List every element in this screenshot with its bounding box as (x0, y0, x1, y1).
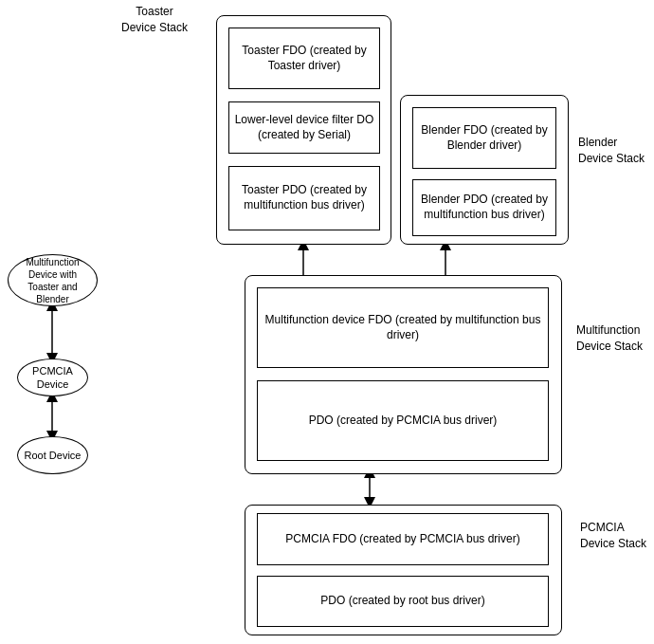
multifunction-pdo-label: PDO (created by PCMCIA bus driver) (309, 414, 498, 429)
blender-pdo-label: Blender PDO (created by multifunction bu… (417, 193, 552, 222)
blender-pdo-box: Blender PDO (created by multifunction bu… (412, 179, 556, 236)
blender-stack-label: Blender Device Stack (578, 135, 645, 167)
toaster-stack-container: Toaster FDO (created by Toaster driver) … (216, 15, 391, 245)
pcmcia-fdo-box: PCMCIA FDO (created by PCMCIA bus driver… (257, 513, 549, 565)
root-device-label: Root Device (25, 449, 82, 462)
pcmcia-fdo-label: PCMCIA FDO (created by PCMCIA bus driver… (285, 532, 519, 547)
toaster-fdo-box: Toaster FDO (created by Toaster driver) (228, 28, 380, 89)
pcmcia-pdo-label: PDO (created by root bus driver) (320, 594, 484, 609)
multifunction-device-label: Multifunction Device with Toaster and Bl… (12, 256, 93, 305)
toaster-filter-label: Lower-level device filter DO (created by… (233, 113, 375, 142)
multifunction-stack-container: Multifunction device FDO (created by mul… (245, 275, 562, 474)
toaster-pdo-box: Toaster PDO (created by multifunction bu… (228, 166, 380, 230)
diagram: Toaster Device Stack Toaster FDO (create… (0, 0, 654, 644)
toaster-filter-box: Lower-level device filter DO (created by… (228, 101, 380, 154)
multifunction-fdo-box: Multifunction device FDO (created by mul… (257, 287, 549, 368)
blender-fdo-box: Blender FDO (created by Blender driver) (412, 107, 556, 169)
multifunction-fdo-label: Multifunction device FDO (created by mul… (262, 313, 544, 342)
pcmcia-pdo-box: PDO (created by root bus driver) (257, 576, 549, 627)
blender-fdo-label: Blender FDO (created by Blender driver) (417, 123, 552, 153)
toaster-fdo-label: Toaster FDO (created by Toaster driver) (233, 44, 375, 73)
toaster-stack-label: Toaster Device Stack (121, 4, 188, 36)
blender-stack-container: Blender FDO (created by Blender driver) … (400, 95, 569, 245)
root-device-ellipse: Root Device (17, 436, 88, 474)
pcmcia-stack-label: PCMCIA Device Stack (580, 520, 646, 552)
multifunction-stack-label: Multifunction Device Stack (576, 322, 643, 355)
multifunction-pdo-box: PDO (created by PCMCIA bus driver) (257, 380, 549, 461)
multifunction-device-ellipse: Multifunction Device with Toaster and Bl… (8, 254, 98, 306)
pcmcia-stack-container: PCMCIA FDO (created by PCMCIA bus driver… (245, 505, 562, 635)
toaster-pdo-label: Toaster PDO (created by multifunction bu… (233, 183, 375, 212)
pcmcia-device-label: PCMCIA Device (22, 364, 83, 392)
pcmcia-device-ellipse: PCMCIA Device (17, 359, 88, 396)
